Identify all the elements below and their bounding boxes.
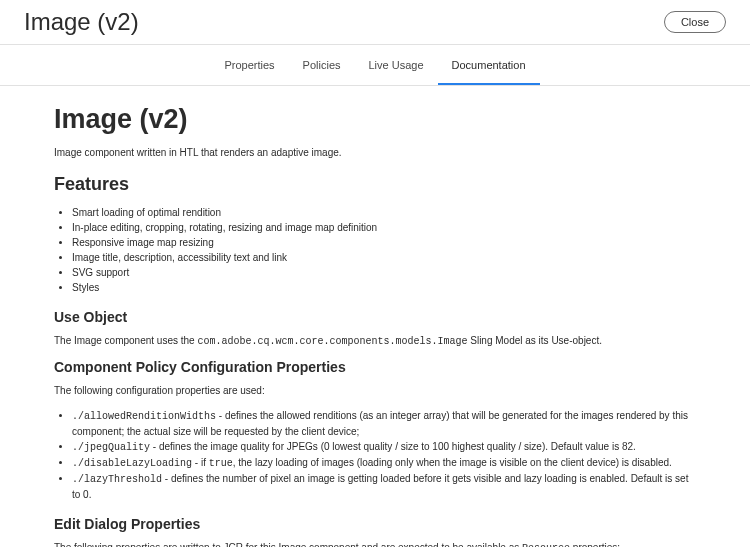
text: - defines the number of pixel an image i… xyxy=(72,473,688,500)
list-item: Smart loading of optimal rendition xyxy=(72,205,696,220)
list-item: ./jpegQuality - defines the image qualit… xyxy=(72,439,696,455)
documentation-content: Image (v2) Image component written in HT… xyxy=(0,86,750,547)
close-button[interactable]: Close xyxy=(664,11,726,33)
policy-heading: Component Policy Configuration Propertie… xyxy=(54,359,696,375)
doc-intro: Image component written in HTL that rend… xyxy=(54,147,696,158)
text: - if xyxy=(192,457,209,468)
tab-bar: Properties Policies Live Usage Documenta… xyxy=(0,45,750,86)
tab-live-usage[interactable]: Live Usage xyxy=(355,45,438,85)
list-item: SVG support xyxy=(72,265,696,280)
tab-documentation[interactable]: Documentation xyxy=(438,45,540,85)
policy-intro: The following configuration properties a… xyxy=(54,383,696,398)
text: Sling Model as its Use-object. xyxy=(467,335,602,346)
features-heading: Features xyxy=(54,174,696,195)
code: ./jpegQuality xyxy=(72,442,150,453)
list-item: In-place editing, cropping, rotating, re… xyxy=(72,220,696,235)
features-list: Smart loading of optimal rendition In-pl… xyxy=(72,205,696,295)
text: The Image component uses the xyxy=(54,335,197,346)
text: - defines the image quality for JPEGs (0… xyxy=(150,441,636,452)
dialog-header: Image (v2) Close xyxy=(0,0,750,45)
list-item: Responsive image map resizing xyxy=(72,235,696,250)
code: ./lazyThreshold xyxy=(72,474,162,485)
tab-properties[interactable]: Properties xyxy=(210,45,288,85)
policy-list: ./allowedRenditionWidths - defines the a… xyxy=(72,408,696,502)
list-item: Image title, description, accessibility … xyxy=(72,250,696,265)
code: ./disableLazyLoading xyxy=(72,458,192,469)
list-item: ./lazyThreshold - defines the number of … xyxy=(72,471,696,502)
dialog-title: Image (v2) xyxy=(24,8,139,36)
text: The following properties are written to … xyxy=(54,542,522,547)
list-item: ./allowedRenditionWidths - defines the a… xyxy=(72,408,696,439)
edit-intro: The following properties are written to … xyxy=(54,540,696,547)
edit-heading: Edit Dialog Properties xyxy=(54,516,696,532)
list-item: ./disableLazyLoading - if true, the lazy… xyxy=(72,455,696,471)
code: true xyxy=(209,458,233,469)
text: , the lazy loading of images (loading on… xyxy=(233,457,672,468)
text: properties: xyxy=(570,542,620,547)
code: com.adobe.cq.wcm.core.components.models.… xyxy=(197,336,467,347)
code: Resource xyxy=(522,543,570,547)
doc-title: Image (v2) xyxy=(54,104,696,135)
use-object-text: The Image component uses the com.adobe.c… xyxy=(54,333,696,349)
use-object-heading: Use Object xyxy=(54,309,696,325)
tab-policies[interactable]: Policies xyxy=(289,45,355,85)
list-item: Styles xyxy=(72,280,696,295)
code: ./allowedRenditionWidths xyxy=(72,411,216,422)
